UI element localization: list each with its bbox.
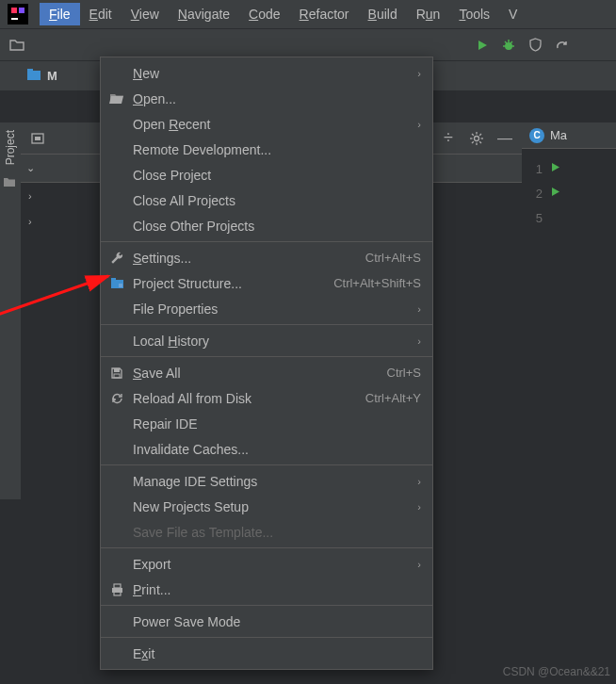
menu-item-print[interactable]: Print... xyxy=(101,577,432,602)
menu-item-manage-ide-settings[interactable]: Manage IDE Settings› xyxy=(101,468,432,494)
menu-item-open-recent[interactable]: Open Recent› xyxy=(101,111,432,137)
chevron-right-icon: › xyxy=(28,216,41,227)
hide-icon[interactable]: — xyxy=(495,129,514,148)
editor-tab-label: Ma xyxy=(550,128,567,142)
menu-item-exit[interactable]: Exit xyxy=(101,641,432,666)
menu-item-reload-all-from-disk[interactable]: Reload All from DiskCtrl+Alt+Y xyxy=(101,385,432,411)
svg-line-19 xyxy=(472,134,474,136)
gutter-line[interactable]: 2 xyxy=(526,181,612,205)
menu-item-invalidate-caches[interactable]: Invalidate Caches... xyxy=(101,436,432,462)
folder-open-icon xyxy=(108,92,125,105)
menu-item-label: Power Save Mode xyxy=(133,614,421,629)
run-gutter-icon[interactable] xyxy=(550,162,560,175)
menu-item-label: New Projects Setup xyxy=(133,499,410,514)
menu-item-remote-development[interactable]: Remote Development... xyxy=(101,137,432,162)
gear-icon[interactable] xyxy=(467,129,486,148)
menu-item-save-all[interactable]: Save AllCtrl+S xyxy=(101,360,432,385)
intellij-logo xyxy=(8,4,28,24)
menu-item-shortcut: Ctrl+Alt+S xyxy=(365,251,421,265)
menu-item-label: File Properties xyxy=(133,301,410,317)
menu-item-new-projects-setup[interactable]: New Projects Setup› xyxy=(101,494,432,519)
gutter-line[interactable]: 1 xyxy=(526,156,612,181)
menu-v[interactable]: V xyxy=(499,3,527,25)
svg-rect-30 xyxy=(114,592,121,595)
menu-item-repair-ide[interactable]: Repair IDE xyxy=(101,411,432,436)
menu-file[interactable]: File xyxy=(40,3,80,25)
breadcrumb-project[interactable]: M xyxy=(47,69,57,83)
svg-rect-2 xyxy=(19,8,24,13)
line-number: 5 xyxy=(526,211,543,225)
editor-tab[interactable]: C Ma xyxy=(522,122,616,149)
open-folder-icon[interactable] xyxy=(8,36,26,55)
coverage-icon[interactable] xyxy=(526,36,544,55)
menu-code[interactable]: Code xyxy=(239,3,289,25)
menu-item-project-structure[interactable]: Project Structure...Ctrl+Alt+Shift+S xyxy=(101,270,432,296)
svg-line-21 xyxy=(472,141,474,143)
menu-item-close-project[interactable]: Close Project xyxy=(101,162,432,187)
menu-item-close-all-projects[interactable]: Close All Projects xyxy=(101,187,432,213)
project-structure-icon xyxy=(108,277,125,289)
line-number: 2 xyxy=(526,187,543,201)
menu-item-label: Save File as Template... xyxy=(133,525,421,540)
folder-icon[interactable] xyxy=(3,174,18,189)
menu-navigate[interactable]: Navigate xyxy=(169,3,239,25)
menu-view[interactable]: View xyxy=(122,3,169,25)
menu-item-export[interactable]: Export› xyxy=(101,551,432,577)
chevron-right-icon: › xyxy=(28,190,41,202)
debug-icon[interactable] xyxy=(499,36,518,55)
chevron-right-icon: › xyxy=(417,476,421,487)
menu-item-new[interactable]: New› xyxy=(101,60,432,86)
collapse-icon[interactable]: ÷ xyxy=(439,129,458,148)
update-icon[interactable] xyxy=(552,36,571,55)
svg-rect-3 xyxy=(11,18,18,20)
chevron-right-icon: › xyxy=(417,68,421,79)
chevron-right-icon: › xyxy=(417,335,421,347)
menu-tools[interactable]: Tools xyxy=(449,3,499,25)
menu-item-label: Close Other Projects xyxy=(133,219,421,234)
run-gutter-icon[interactable] xyxy=(550,187,560,200)
menu-item-settings[interactable]: Settings...Ctrl+Alt+S xyxy=(101,245,432,270)
menu-item-label: Manage IDE Settings xyxy=(133,474,410,489)
menu-item-shortcut: Ctrl+Alt+Y xyxy=(365,391,421,405)
menu-run[interactable]: Run xyxy=(407,3,450,25)
menu-item-label: Local History xyxy=(133,334,410,349)
menu-item-label: Remote Development... xyxy=(133,142,421,157)
menu-item-label: Repair IDE xyxy=(133,416,421,432)
tree-row[interactable]: › xyxy=(21,208,105,234)
reload-icon xyxy=(108,391,125,405)
menu-item-shortcut: Ctrl+Alt+Shift+S xyxy=(333,276,421,290)
project-tree: › › xyxy=(21,183,105,234)
svg-line-20 xyxy=(479,141,481,143)
save-icon xyxy=(108,366,125,380)
menu-item-label: Exit xyxy=(133,646,421,661)
menu-item-close-other-projects[interactable]: Close Other Projects xyxy=(101,213,432,238)
menubar: FileEditViewNavigateCodeRefactorBuildRun… xyxy=(0,0,616,28)
svg-rect-24 xyxy=(111,278,116,281)
menu-item-label: Reload All from Disk xyxy=(133,391,358,406)
menu-build[interactable]: Build xyxy=(359,3,407,25)
menu-item-local-history[interactable]: Local History› xyxy=(101,328,432,353)
chevron-right-icon: › xyxy=(417,303,421,315)
svg-rect-26 xyxy=(114,368,120,372)
select-opened-file-icon[interactable] xyxy=(28,129,47,148)
menu-item-open[interactable]: Open... xyxy=(101,86,432,111)
project-tool-tab[interactable]: Project xyxy=(4,126,17,169)
project-icon xyxy=(26,68,41,85)
gutter-line[interactable]: 5 xyxy=(526,205,612,230)
menu-item-label: Settings... xyxy=(133,251,358,266)
chevron-down-icon: ⌄ xyxy=(26,162,43,174)
svg-point-14 xyxy=(475,136,479,140)
menu-item-file-properties[interactable]: File Properties› xyxy=(101,296,432,321)
editor-area: C Ma 125 xyxy=(522,122,616,684)
menu-edit[interactable]: Edit xyxy=(80,3,122,25)
svg-rect-25 xyxy=(119,284,122,287)
menu-item-power-save-mode[interactable]: Power Save Mode xyxy=(101,609,432,634)
watermark: CSDN @Ocean&&21 xyxy=(503,665,610,678)
menu-item-save-file-as-template: Save File as Template... xyxy=(101,519,432,545)
chevron-right-icon: › xyxy=(417,501,421,513)
tree-row[interactable]: › xyxy=(21,183,105,208)
run-icon[interactable] xyxy=(473,36,492,55)
chevron-right-icon: › xyxy=(417,119,421,130)
menu-item-label: Invalidate Caches... xyxy=(133,442,421,457)
menu-refactor[interactable]: Refactor xyxy=(290,3,359,25)
